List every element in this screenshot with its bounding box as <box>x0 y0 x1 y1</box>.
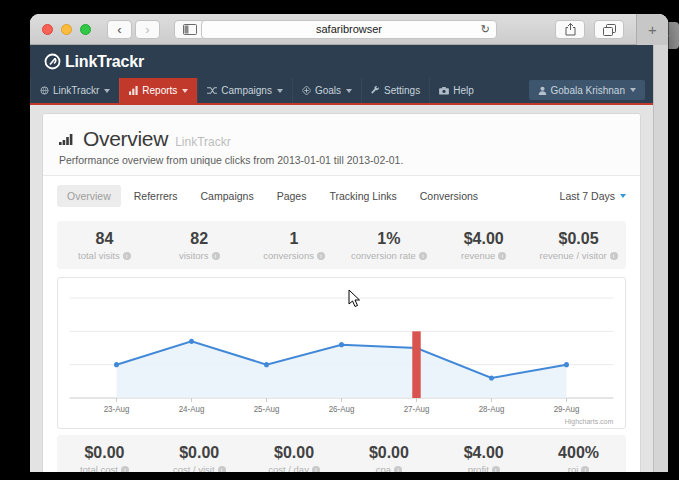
stat-value: $0.05 <box>531 230 626 248</box>
zoom-window-button[interactable] <box>80 24 91 35</box>
linktrackr-logo[interactable]: LinkTrackr <box>44 53 144 71</box>
nav-label: Campaigns <box>221 85 272 96</box>
stat-label: roi <box>568 464 579 472</box>
tab-referrers[interactable]: Referrers <box>124 185 188 207</box>
chevron-down-icon <box>620 194 626 198</box>
nav-item-help[interactable]: Help <box>429 78 483 103</box>
tab-overview[interactable]: Overview <box>57 185 121 207</box>
stat-value: $4.00 <box>436 230 531 248</box>
main-nav: LinkTrackr Reports Campaig <box>30 78 653 105</box>
nav-item-settings[interactable]: Settings <box>361 78 429 103</box>
stat-value: $0.00 <box>341 444 436 462</box>
chevron-down-icon <box>630 88 636 92</box>
stat-label: profit <box>468 464 489 472</box>
date-range-selector[interactable]: Last 7 Days <box>560 190 626 202</box>
info-icon[interactable] <box>121 466 129 473</box>
globe-icon <box>40 86 49 95</box>
nav-label: LinkTrackr <box>53 85 99 96</box>
stat-roi: 400% roi <box>531 444 626 472</box>
chevron-down-icon <box>104 89 110 93</box>
svg-text:27-Aug: 27-Aug <box>404 405 430 414</box>
stat-revenue-per-visitor: $0.05 revenue / visitor <box>531 230 626 261</box>
show-all-tabs-button[interactable] <box>594 20 624 39</box>
page-content: LinkTrackr LinkTrackr <box>30 45 653 472</box>
share-button[interactable] <box>555 20 585 39</box>
nav-item-linktrackr[interactable]: LinkTrackr <box>30 78 119 103</box>
svg-text:24-Aug: 24-Aug <box>179 405 205 414</box>
logo-text: LinkTrackr <box>65 53 144 71</box>
stat-label: cpa <box>376 464 391 472</box>
tab-pages[interactable]: Pages <box>267 185 317 207</box>
address-bar-text: safaribrowser <box>316 23 382 35</box>
stat-label: conversions <box>263 250 314 261</box>
nav-item-campaigns[interactable]: Campaigns <box>197 78 292 103</box>
safari-window: ‹ › safaribrowser ↻ <box>30 14 668 472</box>
tab-tracking-links[interactable]: Tracking Links <box>319 185 406 207</box>
chevron-down-icon <box>346 89 352 93</box>
back-button[interactable]: ‹ <box>107 20 132 39</box>
nav-item-reports[interactable]: Reports <box>119 78 197 103</box>
goals-icon <box>302 86 311 95</box>
scrollbar[interactable] <box>653 45 668 472</box>
tab-campaigns[interactable]: Campaigns <box>191 185 264 207</box>
forward-button[interactable]: › <box>135 20 160 39</box>
info-icon[interactable] <box>312 466 320 473</box>
page-title: Overview <box>83 127 168 151</box>
info-icon[interactable] <box>218 466 226 473</box>
tabs-overview-icon <box>603 24 616 36</box>
stats-band-bottom: $0.00 total cost $0.00 cost / visit $0.0… <box>57 435 626 472</box>
info-icon[interactable] <box>581 466 589 473</box>
stat-label: cost / day <box>268 464 309 472</box>
share-icon <box>565 23 576 36</box>
info-icon[interactable] <box>123 252 131 260</box>
nav-label: Help <box>453 85 474 96</box>
back-icon: ‹ <box>117 23 121 36</box>
svg-text:29-Aug: 29-Aug <box>554 405 580 414</box>
forward-icon: › <box>145 23 149 36</box>
minimize-window-button[interactable] <box>61 24 72 35</box>
stat-label: cost / visit <box>173 464 215 472</box>
svg-text:25-Aug: 25-Aug <box>254 405 280 414</box>
visits-chart-card[interactable]: 23-Aug24-Aug25-Aug26-Aug27-Aug28-Aug29-A… <box>57 277 626 429</box>
user-menu[interactable]: Gobala Krishnan <box>529 80 646 100</box>
app-header: LinkTrackr <box>30 45 653 78</box>
reload-icon[interactable]: ↻ <box>481 21 490 38</box>
info-icon[interactable] <box>317 252 325 260</box>
nav-item-goals[interactable]: Goals <box>292 78 361 103</box>
stat-value: $0.00 <box>57 444 152 462</box>
stat-total-visits: 84 total visits <box>57 230 152 261</box>
info-icon[interactable] <box>610 252 618 260</box>
svg-text:28-Aug: 28-Aug <box>479 405 505 414</box>
stat-value: $0.00 <box>247 444 342 462</box>
stat-value: 82 <box>152 230 247 248</box>
chevron-down-icon <box>277 89 283 93</box>
info-icon[interactable] <box>212 252 220 260</box>
report-tabs: Overview Referrers Campaigns Pages Track… <box>43 176 640 215</box>
stat-value: 84 <box>57 230 152 248</box>
stat-revenue: $4.00 revenue <box>436 230 531 261</box>
stat-value: 1 <box>247 230 342 248</box>
info-icon[interactable] <box>498 252 506 260</box>
visits-chart[interactable]: 23-Aug24-Aug25-Aug26-Aug27-Aug28-Aug29-A… <box>64 284 619 428</box>
info-icon[interactable] <box>394 466 402 473</box>
new-tab-button[interactable]: + <box>636 14 668 45</box>
stat-label: revenue / visitor <box>540 250 607 261</box>
sidebar-icon <box>183 24 197 35</box>
overview-card: Overview LinkTrackr Performance overview… <box>42 113 641 472</box>
stat-cost-per-visit: $0.00 cost / visit <box>152 444 247 472</box>
card-header: Overview LinkTrackr Performance overview… <box>43 114 640 176</box>
svg-text:26-Aug: 26-Aug <box>329 405 355 414</box>
close-window-button[interactable] <box>42 24 53 35</box>
stat-total-cost: $0.00 total cost <box>57 444 152 472</box>
info-icon[interactable] <box>492 466 500 473</box>
stat-conversions: 1 conversions <box>247 230 342 261</box>
tab-conversions[interactable]: Conversions <box>410 185 488 207</box>
info-icon[interactable] <box>419 252 427 260</box>
stat-label: visitors <box>179 250 209 261</box>
stat-value: $4.00 <box>436 444 531 462</box>
address-bar[interactable]: safaribrowser ↻ <box>201 20 497 39</box>
stat-label: total cost <box>80 464 118 472</box>
stat-value: 1% <box>341 230 436 248</box>
date-range-label: Last 7 Days <box>560 190 615 202</box>
user-icon <box>538 86 547 95</box>
